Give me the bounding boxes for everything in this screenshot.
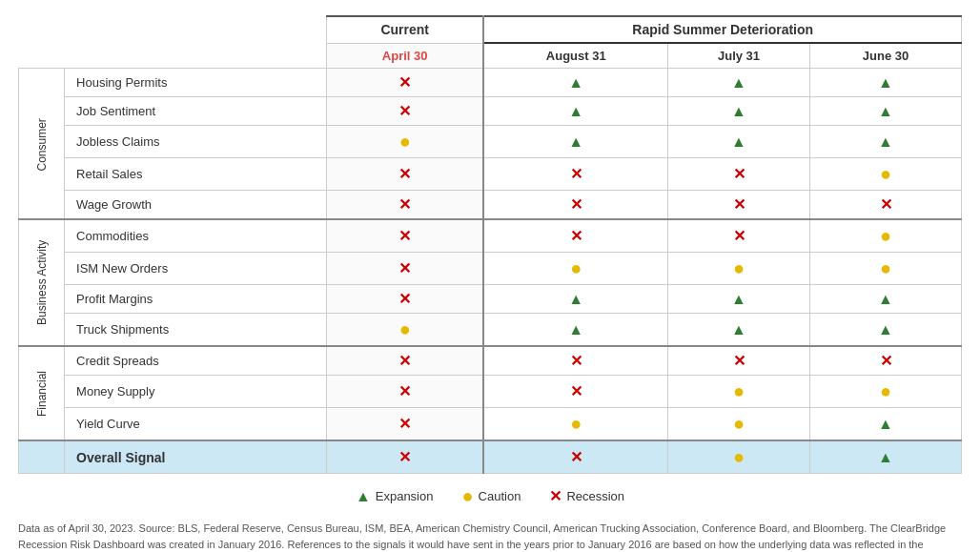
up-arrow-icon: ▲ — [731, 74, 746, 91]
overall-cell-july: ● — [668, 440, 810, 474]
cell-july: ▲ — [668, 314, 810, 347]
group-label-business-activity: Business Activity — [19, 219, 65, 346]
cell-april: ● — [326, 314, 483, 347]
x-icon: ✕ — [733, 166, 745, 182]
cell-july: ▲ — [668, 97, 810, 126]
cell-august: ▲ — [483, 285, 667, 314]
cell-august: ▲ — [483, 97, 667, 126]
cell-june: ● — [810, 376, 962, 408]
cell-june: ▲ — [810, 97, 962, 126]
june-header: June 30 — [810, 43, 962, 69]
up-arrow-icon: ▲ — [568, 291, 583, 307]
cell-april: ● — [326, 126, 483, 158]
x-icon: ✕ — [398, 74, 411, 91]
main-container: Current Rapid Summer Deterioration April… — [18, 15, 962, 552]
cell-june: ▲ — [810, 126, 962, 158]
dot-icon: ● — [880, 163, 891, 184]
cell-april: ✕ — [326, 97, 483, 126]
cell-june: ▲ — [810, 285, 962, 314]
expansion-label: Expansion — [376, 489, 434, 503]
dot-icon: ● — [399, 318, 411, 339]
cell-july: ▲ — [668, 285, 810, 314]
row-label: Housing Permits — [65, 69, 327, 97]
x-icon: ✕ — [398, 228, 411, 244]
cell-april: ✕ — [326, 376, 483, 408]
overall-cell-august: ✕ — [483, 440, 667, 474]
cell-april: ✕ — [326, 158, 483, 191]
dot-icon: ● — [733, 413, 745, 434]
cell-june: ● — [810, 253, 962, 285]
cell-august: ✕ — [483, 158, 667, 191]
x-icon: ✕ — [398, 103, 411, 119]
up-arrow-icon: ▲ — [568, 103, 583, 119]
april-header: April 30 — [326, 43, 483, 69]
cell-august: ✕ — [483, 346, 667, 376]
cell-july: ▲ — [668, 69, 810, 97]
x-icon: ✕ — [570, 383, 582, 399]
overall-cell-april: ✕ — [326, 440, 483, 474]
dot-icon: ● — [570, 413, 582, 434]
cell-july: ● — [668, 408, 810, 441]
up-arrow-icon: ▲ — [878, 133, 893, 150]
cell-august: ▲ — [483, 126, 667, 158]
dot-icon: ● — [399, 131, 411, 152]
x-icon: ✕ — [880, 353, 892, 369]
up-arrow-icon: ▲ — [878, 74, 893, 91]
recession-dashboard-table: Current Rapid Summer Deterioration April… — [18, 15, 962, 474]
x-icon: ✕ — [398, 383, 411, 399]
up-arrow-icon: ▲ — [878, 416, 893, 432]
cell-april: ✕ — [326, 346, 483, 376]
cell-april: ✕ — [326, 253, 483, 285]
dot-icon: ● — [880, 257, 891, 278]
cell-june: ● — [810, 219, 962, 253]
row-label: ISM New Orders — [65, 253, 327, 285]
x-icon: ✕ — [570, 166, 582, 182]
cell-june: ▲ — [810, 69, 962, 97]
expansion-icon: ▲ — [356, 488, 371, 505]
cell-august: ● — [483, 408, 667, 441]
up-arrow-icon: ▲ — [878, 103, 893, 119]
august-header: August 31 — [483, 43, 667, 69]
up-arrow-icon: ▲ — [731, 321, 746, 337]
x-icon: ✕ — [733, 353, 745, 369]
cell-april: ✕ — [326, 219, 483, 253]
x-icon: ✕ — [398, 260, 411, 276]
cell-april: ✕ — [326, 285, 483, 314]
dot-icon: ● — [733, 446, 745, 467]
cell-august: ▲ — [483, 69, 667, 97]
group-label-financial: Financial — [19, 346, 65, 440]
cell-june: ● — [810, 158, 962, 191]
row-label: Jobless Claims — [65, 126, 327, 158]
x-icon: ✕ — [398, 353, 411, 369]
dot-icon: ● — [570, 257, 582, 278]
x-icon: ✕ — [880, 196, 892, 213]
up-arrow-icon: ▲ — [731, 291, 746, 307]
group-label-consumer: Consumer — [19, 69, 65, 220]
cell-june: ✕ — [810, 346, 962, 376]
cell-april: ✕ — [326, 191, 483, 220]
cell-june: ✕ — [810, 191, 962, 220]
caution-icon: ● — [461, 485, 473, 507]
cell-july: ✕ — [668, 158, 810, 191]
x-icon: ✕ — [398, 196, 411, 213]
cell-july: ✕ — [668, 346, 810, 376]
up-arrow-icon: ▲ — [731, 103, 746, 119]
current-header: Current — [326, 16, 483, 43]
cell-april: ✕ — [326, 408, 483, 441]
x-icon: ✕ — [398, 291, 411, 307]
recession-icon: ✕ — [549, 487, 561, 505]
up-arrow-icon: ▲ — [568, 74, 583, 91]
up-arrow-icon: ▲ — [878, 291, 893, 307]
cell-august: ▲ — [483, 314, 667, 347]
row-label: Yield Curve — [65, 408, 327, 441]
cell-july: ● — [668, 253, 810, 285]
up-arrow-icon: ▲ — [878, 449, 893, 465]
x-icon: ✕ — [733, 228, 745, 244]
cell-august: ● — [483, 253, 667, 285]
caution-label: Caution — [479, 489, 521, 503]
row-label: Money Supply — [65, 376, 327, 408]
dot-icon: ● — [733, 380, 745, 401]
legend-caution: ● Caution — [461, 485, 521, 507]
row-label: Wage Growth — [65, 191, 327, 220]
legend: ▲ Expansion ● Caution ✕ Recession — [18, 485, 962, 507]
